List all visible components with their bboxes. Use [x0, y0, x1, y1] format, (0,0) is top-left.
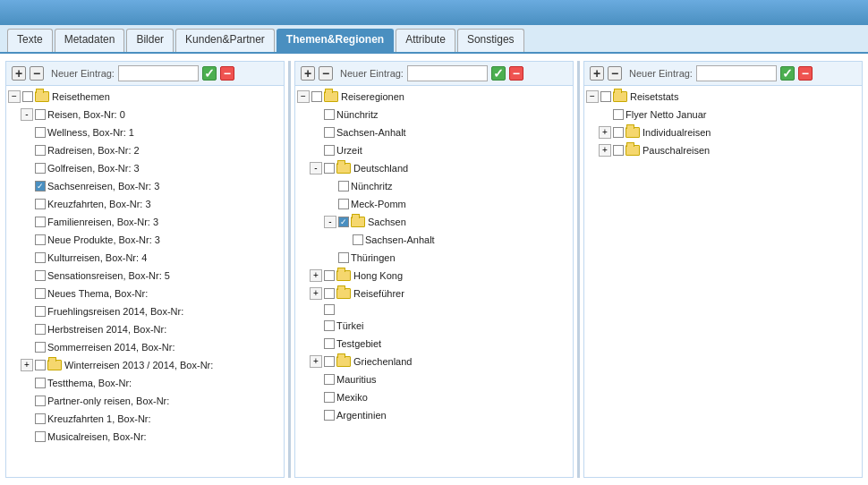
new-entry-input-panel2[interactable] [407, 65, 488, 81]
item-text: Neue Produkte, Box-Nr: 3 [47, 232, 160, 248]
tree-checkbox[interactable] [613, 145, 624, 156]
tab-themenregionen[interactable]: Themen&Regionen [277, 29, 394, 52]
tree-checkbox[interactable] [35, 324, 46, 335]
remove-icon-panel3[interactable]: − [608, 66, 622, 81]
tree-item: Golfreisen, Box-Nr: 3 [6, 159, 284, 177]
root-cb-panel1[interactable] [22, 91, 33, 102]
tab-bilder[interactable]: Bilder [126, 29, 174, 52]
tree-checkbox[interactable] [324, 304, 335, 315]
tree-toggle[interactable]: + [599, 126, 611, 139]
add-icon-panel3[interactable]: + [590, 66, 604, 81]
tree-checkbox[interactable] [324, 338, 335, 349]
item-text: Griechenland [353, 353, 412, 370]
tree-checkbox[interactable] [338, 199, 349, 209]
new-entry-input-panel1[interactable] [118, 65, 199, 81]
tree-checkbox[interactable] [324, 392, 335, 403]
tree-toggle[interactable]: + [310, 287, 322, 300]
tree-item: Flyer Netto Januar [584, 106, 862, 123]
tree-item: Nünchritz [295, 177, 573, 195]
tree-toggle[interactable]: + [21, 359, 33, 371]
tree-checkbox[interactable] [324, 270, 335, 281]
tree-toggle[interactable]: - [310, 162, 322, 174]
tree-toggle[interactable]: + [310, 355, 322, 368]
delete-icon-panel2[interactable]: − [509, 66, 523, 81]
delete-icon-panel3[interactable]: − [798, 66, 813, 81]
tree-checkbox[interactable] [35, 413, 46, 424]
root-folder-icon-panel1 [35, 91, 49, 102]
tree-checkbox[interactable] [35, 109, 46, 120]
root-toggle-panel1[interactable]: − [8, 90, 21, 103]
tree-checkbox[interactable] [324, 109, 335, 120]
confirm-icon-panel3[interactable]: ✓ [780, 66, 795, 81]
tab-attribute[interactable]: Attribute [396, 29, 455, 52]
tree-checkbox[interactable] [35, 270, 46, 281]
tree-checkbox[interactable] [35, 252, 46, 263]
add-icon-panel2[interactable]: + [301, 66, 315, 81]
tree-checkbox[interactable] [613, 109, 624, 120]
tree-checkbox[interactable] [35, 163, 46, 174]
remove-icon-panel2[interactable]: − [319, 66, 333, 81]
tree-item: Urzeit [295, 141, 573, 159]
tree-checkbox[interactable] [35, 199, 46, 209]
tree-checkbox[interactable] [35, 181, 46, 191]
tab-metadaten[interactable]: Metadaten [55, 29, 125, 52]
remove-icon-panel1[interactable]: − [30, 66, 44, 81]
tree-checkbox[interactable] [613, 127, 624, 138]
folder-icon [625, 127, 640, 138]
tree-checkbox[interactable] [35, 360, 46, 370]
tree-checkbox[interactable] [324, 374, 335, 385]
tree-item: Sachsen-Anhalt [295, 231, 573, 249]
root-cb-panel2[interactable] [311, 91, 322, 102]
tree-toggle[interactable]: + [599, 144, 611, 157]
tree-checkbox[interactable] [35, 217, 46, 227]
tree-checkbox[interactable] [324, 320, 335, 331]
item-text: Wellness, Box-Nr: 1 [47, 124, 134, 140]
panel-panel1: +−Neuer Eintrag:✓−−Reisethemen-Reisen, B… [5, 61, 285, 478]
tree-checkbox[interactable] [338, 217, 349, 227]
tree-toggle[interactable]: - [324, 216, 336, 228]
tree-checkbox[interactable] [35, 431, 46, 442]
tree-toggle[interactable]: - [21, 108, 33, 121]
tree-toggle[interactable]: + [310, 269, 322, 282]
tree-checkbox[interactable] [324, 163, 335, 174]
tree-item: Musicalreisen, Box-Nr: [6, 428, 284, 446]
tree-item: Herbstreisen 2014, Box-Nr: [6, 320, 284, 338]
tree-checkbox[interactable] [324, 410, 335, 421]
add-icon-panel1[interactable]: + [12, 66, 26, 81]
tree-checkbox[interactable] [35, 342, 46, 353]
tree-checkbox[interactable] [324, 288, 335, 299]
tree-checkbox[interactable] [324, 127, 335, 138]
panel-toolbar-panel3: +−Neuer Eintrag:✓− [584, 62, 862, 86]
tree-checkbox[interactable] [353, 234, 363, 245]
delete-icon-panel1[interactable]: − [220, 66, 234, 81]
tree-checkbox[interactable] [35, 127, 46, 138]
tree-item: +Griechenland [295, 353, 573, 370]
tree-checkbox[interactable] [324, 356, 335, 367]
tree-item: Familienreisen, Box-Nr: 3 [6, 213, 284, 231]
tree-checkbox[interactable] [35, 145, 46, 156]
root-toggle-panel3[interactable]: − [586, 90, 599, 103]
title-bar [0, 0, 868, 25]
tab-sonstiges[interactable]: Sonstiges [457, 29, 524, 52]
tab-texte[interactable]: Texte [7, 29, 53, 52]
tab-kundenpartner[interactable]: Kunden&Partner [175, 29, 275, 52]
tree-checkbox[interactable] [338, 181, 349, 191]
tree-item: +Individualreisen [584, 123, 862, 141]
tree-checkbox[interactable] [35, 396, 46, 406]
confirm-icon-panel1[interactable]: ✓ [202, 66, 217, 81]
tree-item: Partner-only reisen, Box-Nr: [6, 392, 284, 410]
tree-checkbox[interactable] [35, 288, 46, 299]
tree-checkbox[interactable] [35, 234, 46, 245]
tree-checkbox[interactable] [324, 145, 335, 156]
confirm-icon-panel2[interactable]: ✓ [491, 66, 506, 81]
tree-item: -Deutschland [295, 159, 573, 177]
tree-checkbox[interactable] [35, 378, 46, 388]
tab-bar: TexteMetadatenBilderKunden&PartnerThemen… [0, 25, 868, 54]
tree-checkbox[interactable] [35, 306, 46, 317]
root-toggle-panel2[interactable]: − [297, 90, 310, 103]
root-cb-panel3[interactable] [600, 91, 611, 102]
item-text: Partner-only reisen, Box-Nr: [47, 393, 169, 409]
new-entry-input-panel3[interactable] [696, 65, 777, 81]
tree-checkbox[interactable] [338, 252, 349, 263]
tree-item: Argentinien [295, 406, 573, 424]
